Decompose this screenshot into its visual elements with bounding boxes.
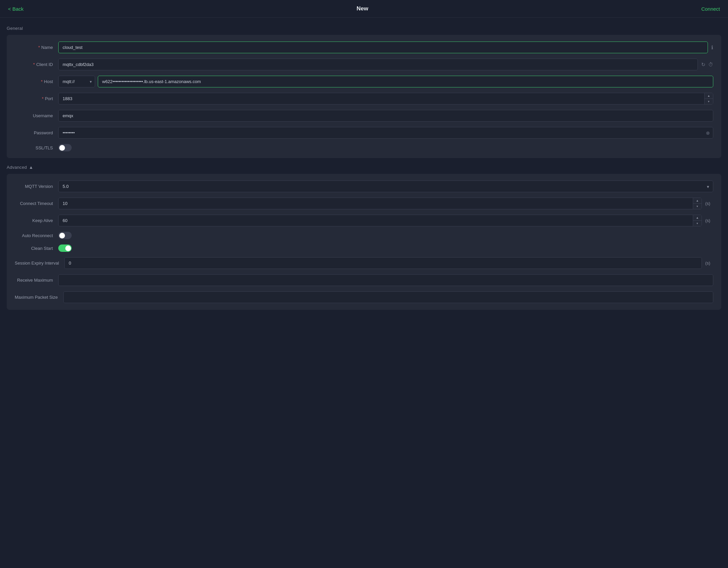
username-label: Username (15, 113, 58, 118)
connect-timeout-input[interactable] (58, 198, 702, 209)
required-star-2: * (33, 62, 35, 67)
host-label: *Host (15, 79, 58, 84)
connect-timeout-stepper: ▲ ▾ (693, 198, 702, 209)
required-star-3: * (41, 79, 43, 84)
clean-start-row: Clean Start (15, 244, 713, 252)
username-input[interactable] (58, 110, 713, 122)
clear-password-icon[interactable]: ⊗ (706, 130, 710, 136)
keepalive-decrement[interactable]: ▾ (693, 221, 702, 226)
header: < Back New Connect (0, 0, 728, 18)
client-id-input[interactable] (58, 59, 698, 70)
connect-timeout-row: Connect Timeout ▲ ▾ (s) (15, 198, 713, 209)
host-protocol-select[interactable]: mqtt:// mqtts:// ws:// wss:// (58, 76, 95, 87)
port-stepper: ▲ ▾ (704, 93, 713, 104)
clock-icon[interactable]: ⏱ (708, 62, 713, 67)
page-title: New (357, 5, 368, 12)
receive-maximum-label: Receive Maximum (15, 278, 58, 283)
keep-alive-unit: (s) (705, 218, 713, 223)
auto-reconnect-row: Auto Reconnect (15, 232, 713, 239)
auto-reconnect-label: Auto Reconnect (15, 233, 58, 238)
connect-timeout-wrap: ▲ ▾ (58, 198, 702, 209)
advanced-label-text: Advanced (7, 165, 27, 170)
host-row: *Host mqtt:// mqtts:// ws:// wss:// (15, 76, 713, 87)
advanced-card: MQTT Version 3.1 3.1.1 5.0 Connect Timeo… (7, 174, 721, 310)
port-input[interactable] (58, 93, 713, 104)
name-icons: ℹ (711, 45, 713, 51)
keep-alive-stepper: ▲ ▾ (693, 215, 702, 226)
auto-reconnect-slider (58, 232, 72, 239)
port-increment[interactable]: ▲ (705, 93, 713, 99)
client-id-label: *Client ID (15, 62, 58, 67)
receive-maximum-input[interactable] (58, 274, 713, 286)
timeout-decrement[interactable]: ▾ (693, 204, 702, 209)
mqtt-version-label: MQTT Version (15, 184, 58, 189)
password-input-wrap: ⊗ (58, 127, 713, 139)
name-input[interactable] (58, 42, 708, 53)
name-input-wrap (58, 42, 708, 53)
connect-button[interactable]: Connect (701, 6, 720, 12)
connect-timeout-label: Connect Timeout (15, 201, 58, 206)
ssl-tls-toggle[interactable] (58, 144, 72, 151)
max-packet-size-label: Maximum Packet Size (15, 295, 63, 300)
connect-timeout-unit: (s) (705, 201, 713, 206)
name-row: *Name ℹ (15, 42, 713, 53)
mqtt-version-select[interactable]: 3.1 3.1.1 5.0 (58, 181, 713, 192)
max-packet-size-input[interactable] (63, 291, 713, 303)
required-star-4: * (42, 96, 44, 101)
name-label: *Name (15, 45, 58, 50)
clean-start-label: Clean Start (15, 246, 58, 251)
keep-alive-input[interactable] (58, 215, 702, 226)
mqtt-version-row: MQTT Version 3.1 3.1.1 5.0 (15, 181, 713, 192)
mqtt-version-select-wrap: 3.1 3.1.1 5.0 (58, 181, 713, 192)
session-expiry-row: Session Expiry Interval (s) (15, 257, 713, 269)
back-button[interactable]: < Back (8, 6, 23, 12)
max-packet-size-row: Maximum Packet Size (15, 291, 713, 303)
host-input[interactable] (98, 76, 713, 87)
ssl-tls-label: SSL/TLS (15, 145, 58, 150)
session-expiry-input[interactable] (64, 257, 702, 269)
main-content: General *Name ℹ *Client ID ↻ ⏱ (0, 18, 728, 325)
session-expiry-unit: (s) (705, 261, 713, 266)
client-id-icons: ↻ ⏱ (701, 62, 713, 68)
advanced-chevron-icon: ▲ (29, 165, 33, 170)
password-label: Password (15, 130, 58, 135)
receive-maximum-row: Receive Maximum (15, 274, 713, 286)
client-id-row: *Client ID ↻ ⏱ (15, 59, 713, 70)
keep-alive-row: Keep Alive ▲ ▾ (s) (15, 215, 713, 226)
ssl-tls-row: SSL/TLS (15, 144, 713, 151)
password-input[interactable] (58, 127, 713, 139)
clean-start-toggle[interactable] (58, 244, 72, 252)
refresh-icon[interactable]: ↻ (701, 62, 706, 68)
port-input-wrap: ▲ ▾ (58, 93, 713, 104)
host-protocol-wrapper: mqtt:// mqtts:// ws:// wss:// (58, 76, 95, 87)
port-label: *Port (15, 96, 58, 101)
ssl-tls-slider (58, 144, 72, 151)
port-decrement[interactable]: ▾ (705, 99, 713, 104)
keep-alive-label: Keep Alive (15, 218, 58, 223)
info-icon[interactable]: ℹ (711, 45, 713, 51)
timeout-increment[interactable]: ▲ (693, 198, 702, 204)
general-card: *Name ℹ *Client ID ↻ ⏱ *Ho (7, 35, 721, 158)
keep-alive-wrap: ▲ ▾ (58, 215, 702, 226)
keepalive-increment[interactable]: ▲ (693, 215, 702, 221)
password-row: Password ⊗ (15, 127, 713, 139)
username-row: Username (15, 110, 713, 122)
auto-reconnect-toggle[interactable] (58, 232, 72, 239)
host-group: mqtt:// mqtts:// ws:// wss:// (58, 76, 713, 87)
required-star: * (38, 45, 40, 50)
general-section-label: General (7, 26, 721, 31)
advanced-section-label[interactable]: Advanced ▲ (7, 165, 721, 170)
port-row: *Port ▲ ▾ (15, 93, 713, 104)
client-id-input-wrap (58, 59, 698, 70)
clean-start-slider (58, 244, 72, 252)
session-expiry-label: Session Expiry Interval (15, 261, 64, 266)
